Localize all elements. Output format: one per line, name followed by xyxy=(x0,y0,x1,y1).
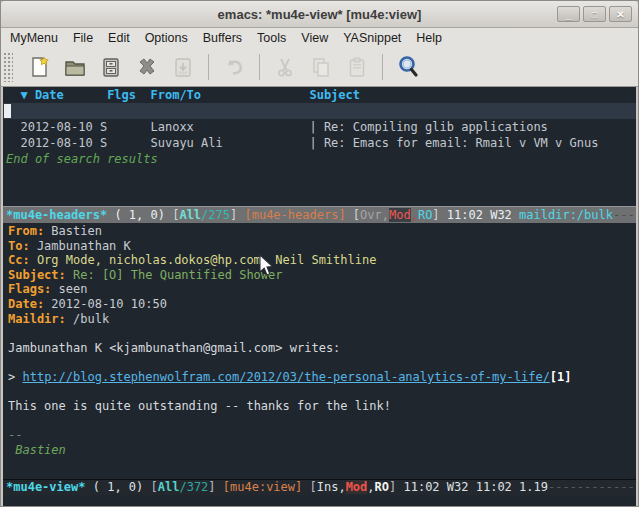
save-as-icon[interactable] xyxy=(169,53,197,81)
blank-line xyxy=(3,326,636,341)
menu-buffers[interactable]: Buffers xyxy=(203,31,242,45)
open-folder-icon[interactable] xyxy=(61,53,89,81)
modified-flag: Mod xyxy=(346,480,368,494)
window-controls: _ □ ✕ xyxy=(557,6,632,22)
minibuffer-echo-area[interactable] xyxy=(3,495,636,506)
tool-bar xyxy=(1,47,638,87)
menu-file[interactable]: File xyxy=(73,31,93,45)
window-title: emacs: *mu4e-view* [mu4e:view] xyxy=(218,7,422,22)
signature-name: Bastien xyxy=(3,443,636,458)
maximize-button[interactable]: □ xyxy=(583,6,606,22)
modeline-buffer-name: *mu4e-headers* xyxy=(6,208,107,222)
close-button[interactable]: ✕ xyxy=(609,6,632,22)
title-bar[interactable]: emacs: *mu4e-view* [mu4e:view] _ □ ✕ xyxy=(1,1,638,28)
save-icon[interactable] xyxy=(97,53,125,81)
toolbar-separator xyxy=(382,54,383,80)
modeline-major-mode: [mu4e-headers] xyxy=(244,208,345,222)
field-flags: Flags:seen xyxy=(3,282,636,297)
blank-line xyxy=(3,355,636,370)
modeline-view[interactable]: *mu4e-view* ( 1, 0) [All/372] [mu4e:view… xyxy=(3,479,636,495)
menu-view[interactable]: View xyxy=(301,31,328,45)
modeline-headers[interactable]: *mu4e-headers* ( 1, 0) [All/275] [mu4e-h… xyxy=(3,206,636,223)
copy-icon[interactable] xyxy=(307,53,335,81)
menu-edit[interactable]: Edit xyxy=(108,31,130,45)
emacs-window: emacs: *mu4e-view* [mu4e:view] _ □ ✕ MyM… xyxy=(0,0,639,507)
end-of-results-text: End of search results xyxy=(3,151,636,167)
message-row[interactable]: 2012-08-10 S Suvayu Ali | Re: Emacs for … xyxy=(3,135,636,151)
cut-icon[interactable] xyxy=(271,53,299,81)
toolbar-separator xyxy=(208,54,209,80)
message-row[interactable]: 2012-08-10 S Lanoxx | Re: Compiling glib… xyxy=(3,119,636,135)
link-reference-number: [1] xyxy=(550,370,572,384)
readonly-flag: RO xyxy=(375,480,389,494)
field-date: Date:2012-08-10 10:50 xyxy=(3,297,636,312)
menu-help[interactable]: Help xyxy=(416,31,442,45)
body-comment-line: This one is quite outstanding -- thanks … xyxy=(3,399,636,414)
menu-yasnippet[interactable]: YASnippet xyxy=(343,31,401,45)
text-cursor xyxy=(4,104,11,118)
field-maildir: Maildir:/bulk xyxy=(3,312,636,327)
modeline-major-mode: [mu4e:view] xyxy=(223,480,302,494)
toolbar-drag-handle[interactable] xyxy=(3,52,13,82)
blank-line xyxy=(3,414,636,429)
menu-mymenu[interactable]: MyMenu xyxy=(10,31,58,45)
menu-bar: MyMenu File Edit Options Buffers Tools V… xyxy=(1,28,638,47)
body-quote-line: > http://blog.stephenwolfram.com/2012/03… xyxy=(3,370,636,385)
field-to: To:Jambunathan K xyxy=(3,239,636,254)
readonly-flag: RO xyxy=(418,208,432,222)
field-subject: Subject:Re: [O] The Quantified Shower xyxy=(3,268,636,283)
toolbar-separator xyxy=(259,54,260,80)
close-buffer-icon[interactable] xyxy=(133,53,161,81)
body-attribution-line: Jambunathan K <kjambunathan@gmail.com> w… xyxy=(3,341,636,356)
field-from: From:Bastien xyxy=(3,224,636,239)
mu4e-headers-window: ▼ Date Flgs From/To Subject 2012-08-10 S… xyxy=(3,87,636,223)
modeline-maildir: maildir:/bulk xyxy=(519,208,613,222)
paste-icon[interactable] xyxy=(343,53,371,81)
signature-separator: -- xyxy=(3,428,636,443)
undo-icon[interactable] xyxy=(220,53,248,81)
modeline-buffer-name: *mu4e-view* xyxy=(6,480,85,494)
modeline-time: 11:02 W32 xyxy=(447,208,519,222)
body-hyperlink[interactable]: http://blog.stephenwolfram.com/2012/03/t… xyxy=(22,370,549,384)
menu-tools[interactable]: Tools xyxy=(257,31,286,45)
headers-empty-space xyxy=(3,167,636,206)
headers-column-header[interactable]: ▼ Date Flgs From/To Subject xyxy=(3,87,636,103)
menu-options[interactable]: Options xyxy=(145,31,188,45)
modeline-status: 11:02 W32 11:02 1.19 xyxy=(403,480,548,494)
new-file-icon[interactable] xyxy=(25,53,53,81)
blank-line xyxy=(3,385,636,400)
minimize-button[interactable]: _ xyxy=(557,6,580,22)
mu4e-view-window: From:Bastien To:Jambunathan K Cc:Org Mod… xyxy=(3,223,636,479)
search-icon[interactable] xyxy=(394,53,422,81)
field-cc: Cc:Org Mode, nicholas.dokos@hp.com, Neil… xyxy=(3,253,636,268)
emacs-frame: ▼ Date Flgs From/To Subject 2012-08-10 S… xyxy=(3,87,636,506)
message-row-selected[interactable]: 2012-08-10 S Bastien | Re: [O] The Quant… xyxy=(3,103,636,119)
modified-flag: Mod xyxy=(389,208,411,222)
